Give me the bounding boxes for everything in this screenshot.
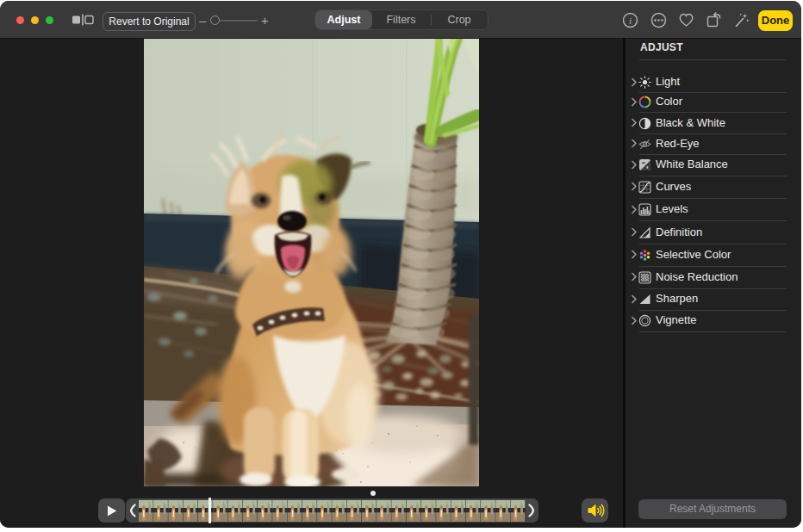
svg-text:i: i [629, 15, 632, 26]
